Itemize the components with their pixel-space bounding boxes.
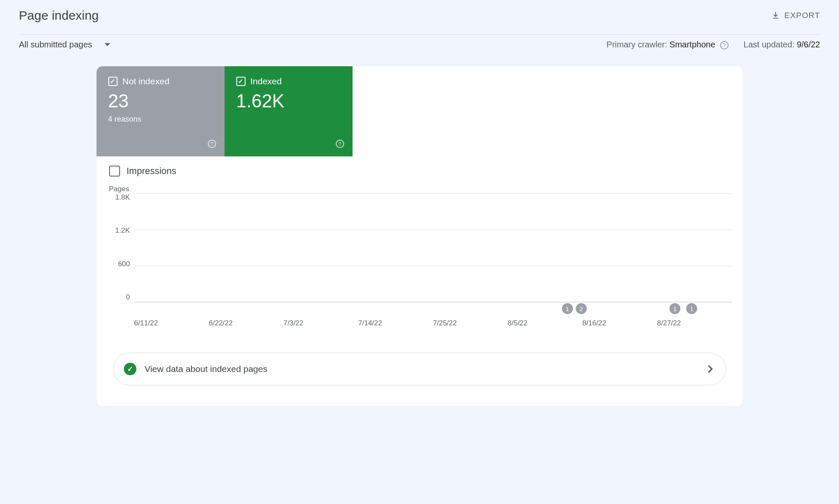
help-icon[interactable]: ? xyxy=(336,140,344,148)
chevron-right-icon xyxy=(707,364,713,374)
checkbox-checked-icon: ✓ xyxy=(108,77,118,86)
y-axis: 1.8K1.2K6000 xyxy=(107,193,134,302)
checkbox-checked-icon: ✓ xyxy=(236,77,246,86)
chart-event-marker[interactable]: 1 xyxy=(562,303,573,314)
scope-dropdown[interactable]: All submitted pages xyxy=(19,40,111,49)
indexing-card: ✓ Not indexed 23 4 reasons ? ✓ Indexed 1… xyxy=(97,66,743,406)
indexed-label: Indexed xyxy=(251,76,282,86)
x-axis: 6/11/226/22/227/3/227/14/227/25/228/5/22… xyxy=(134,319,732,327)
tab-indexed[interactable]: ✓ Indexed 1.62K ? xyxy=(225,66,353,156)
chart-markers: 1211 xyxy=(134,302,732,315)
tab-not-indexed[interactable]: ✓ Not indexed 23 4 reasons ? xyxy=(97,66,225,156)
indexing-chart: Pages 1.8K1.2K6000 1211 6/11/226/22/227/… xyxy=(97,181,743,336)
not-indexed-value: 23 xyxy=(108,91,213,112)
chart-plot xyxy=(134,193,732,302)
download-icon xyxy=(771,11,780,20)
y-axis-label: Pages xyxy=(107,185,732,193)
chart-event-marker[interactable]: 2 xyxy=(576,303,587,314)
indexed-value: 1.62K xyxy=(236,91,341,112)
impressions-checkbox[interactable] xyxy=(109,166,120,177)
impressions-label: Impressions xyxy=(127,166,177,177)
chart-event-marker[interactable]: 1 xyxy=(686,303,697,314)
chart-event-marker[interactable]: 1 xyxy=(669,303,680,314)
export-button[interactable]: EXPORT xyxy=(771,11,820,20)
page-title: Page indexing xyxy=(19,8,99,23)
chevron-down-icon xyxy=(104,43,111,47)
help-icon[interactable]: ? xyxy=(208,140,216,148)
last-updated: Last updated: 9/6/22 xyxy=(744,40,820,49)
check-circle-icon: ✓ xyxy=(124,363,136,375)
help-icon[interactable]: ? xyxy=(720,41,729,49)
scope-label: All submitted pages xyxy=(19,40,92,49)
not-indexed-reasons: 4 reasons xyxy=(108,115,213,124)
view-indexed-data-button[interactable]: ✓ View data about indexed pages xyxy=(113,353,726,385)
export-label: EXPORT xyxy=(784,11,820,20)
primary-crawler: Primary crawler: Smartphone ? xyxy=(606,40,729,49)
not-indexed-label: Not indexed xyxy=(123,76,170,86)
view-data-label: View data about indexed pages xyxy=(145,364,268,374)
